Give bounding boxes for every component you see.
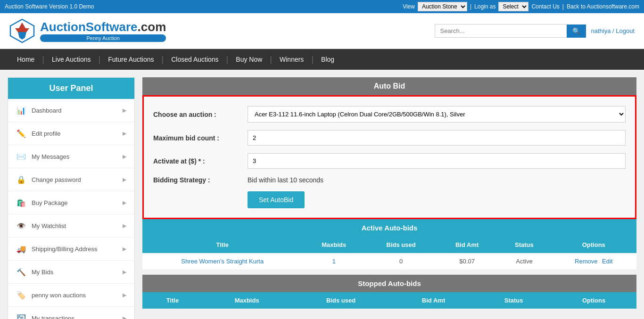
strategy-text: Bid within last 10 seconds	[248, 176, 323, 184]
sidebar-item-transactions[interactable]: ↩️ My transactions ►	[8, 307, 134, 319]
sidebar-item-label: Edit profile	[28, 130, 121, 137]
stopped-autobids-section: Stopped Auto-bids Title Maxbids Bids use…	[142, 275, 636, 309]
sidebar-item-messages[interactable]: ✉️ My Messages ►	[8, 145, 134, 168]
logo-icon	[9, 18, 35, 44]
contact-us-link[interactable]: Contact Us	[531, 3, 559, 10]
maxbid-input[interactable]	[248, 130, 626, 146]
user-logout[interactable]: nathiya / Logout	[591, 27, 635, 34]
nav-future-auctions[interactable]: Future Auctions	[100, 49, 161, 70]
sidebar-item-label: My Watchlist	[28, 222, 121, 229]
nav-home[interactable]: Home	[9, 49, 42, 70]
col-status: Status	[476, 292, 551, 309]
search-bar: 🔍	[435, 24, 586, 38]
version-text: Auction Software Version 1.0 Demo	[5, 3, 94, 10]
col-status: Status	[497, 237, 551, 253]
active-autobids-section: Active Auto-bids Title Maxbids Bids used…	[142, 219, 636, 270]
maxbids-link[interactable]: 1	[332, 258, 336, 265]
top-bar: Auction Software Version 1.0 Demo View A…	[0, 0, 644, 13]
sidebar-item-shipping[interactable]: 🚚 Shipping/Billing Address ►	[8, 237, 134, 261]
sidebar-item-change-password[interactable]: 🔒 Change password ►	[8, 168, 134, 191]
row-maxbids: 1	[302, 253, 365, 270]
separator1: |	[470, 3, 471, 10]
chevron-right-icon: ►	[121, 199, 128, 206]
sidebar-header: User Panel	[8, 78, 134, 99]
main-panel: Auto Bid Choose an auction : Acer E3-112…	[142, 77, 636, 319]
auction-dropdown[interactable]: Acer E3-112 11.6-inch Laptop (Celron Dua…	[248, 106, 626, 123]
nav-buy-now[interactable]: Buy Now	[228, 49, 270, 70]
bids-icon: 🔨	[15, 265, 28, 278]
lock-icon: 🔒	[15, 173, 28, 186]
chevron-right-icon: ►	[121, 106, 128, 114]
remove-link[interactable]: Remove	[575, 258, 597, 265]
nav-live-auctions[interactable]: Live Auctions	[44, 49, 99, 70]
sidebar-item-edit-profile[interactable]: ✏️ Edit profile ►	[8, 122, 134, 145]
main-nav: Home | Live Auctions | Future Auctions |…	[0, 49, 644, 70]
autobid-form: Choose an auction : Acer E3-112 11.6-inc…	[142, 95, 636, 219]
chevron-right-icon: ►	[121, 222, 128, 229]
set-autobid-button[interactable]: Set AutoBid	[248, 191, 305, 208]
message-icon: ✉️	[15, 150, 28, 163]
sidebar-item-label: My Bids	[28, 269, 121, 276]
auction-title-link[interactable]: Shree Women's Straight Kurta	[181, 258, 264, 265]
col-options: Options	[551, 237, 636, 253]
activate-input[interactable]	[248, 153, 626, 169]
logo-area: AuctionSoftware.com Penny Auction	[9, 18, 166, 44]
row-options: Remove Edit	[551, 253, 636, 270]
activate-label: Activate at ($) * :	[153, 157, 248, 165]
nav-blog[interactable]: Blog	[314, 49, 342, 70]
sidebar-item-label: penny won auctions	[28, 292, 121, 299]
sidebar-item-label: Change password	[28, 176, 121, 183]
sidebar-item-dashboard[interactable]: 📊 Dashboard ►	[8, 99, 134, 122]
autobid-button-row: Set AutoBid	[153, 191, 626, 208]
login-as-label: Login as	[474, 3, 495, 10]
col-options: Options	[551, 292, 636, 309]
col-bids-used: Bids used	[365, 237, 437, 253]
row-title: Shree Women's Straight Kurta	[142, 253, 302, 270]
row-bids-used: 0	[365, 253, 437, 270]
edit-link[interactable]: Edit	[602, 258, 612, 265]
penny-badge: Penny Auction	[40, 34, 166, 42]
auction-stone-select[interactable]: Auction Stone	[418, 2, 467, 11]
edit-icon: ✏️	[15, 127, 28, 140]
sidebar-item-buy-package[interactable]: 🛍️ Buy Package ►	[8, 191, 134, 214]
col-bid-amt: Bid Amt	[437, 237, 497, 253]
table-row: Shree Women's Straight Kurta 1 0 $0.07 A…	[142, 253, 636, 270]
login-select[interactable]: Select	[498, 2, 528, 11]
col-bids-used: Bids used	[291, 292, 390, 309]
sidebar-item-my-bids[interactable]: 🔨 My Bids ►	[8, 261, 134, 284]
eye-icon: 👁️	[15, 219, 28, 232]
view-label: View	[403, 3, 415, 10]
search-input[interactable]	[435, 24, 567, 38]
nav-winners[interactable]: Winners	[272, 49, 311, 70]
sidebar-item-watchlist[interactable]: 👁️ My Watchlist ►	[8, 214, 134, 237]
top-bar-right: View Auction Stone | Login as Select Con…	[403, 2, 639, 11]
chevron-right-icon: ►	[121, 176, 128, 183]
back-link[interactable]: Back to Auctionsoftware.com	[567, 3, 639, 10]
active-autobids-header: Active Auto-bids	[142, 219, 636, 237]
strategy-value: Bid within last 10 seconds	[248, 176, 626, 184]
sidebar-item-label: Buy Package	[28, 199, 121, 206]
row-status: Active	[497, 253, 551, 270]
stopped-autobids-header: Stopped Auto-bids	[142, 275, 636, 292]
maxbid-label: Maximum bid count :	[153, 134, 248, 142]
content-area: User Panel 📊 Dashboard ► ✏️ Edit profile…	[0, 70, 644, 319]
choose-auction-row: Choose an auction : Acer E3-112 11.6-inc…	[153, 106, 626, 123]
maxbid-control	[248, 130, 626, 146]
nav-closed-auctions[interactable]: Closed Auctions	[164, 49, 226, 70]
svg-marker-3	[18, 32, 26, 40]
search-button[interactable]: 🔍	[567, 25, 586, 38]
sidebar-item-penny-won[interactable]: 🏷️ penny won auctions ►	[8, 284, 134, 307]
stopped-autobids-table: Title Maxbids Bids used Bid Amt Status O…	[142, 292, 636, 309]
strategy-label: Bidding Strategy :	[153, 176, 248, 184]
logo-text: AuctionSoftware.com	[40, 20, 166, 34]
choose-auction-label: Choose an auction :	[153, 111, 248, 118]
sidebar-item-label: My transactions	[28, 315, 121, 319]
row-bid-amt: $0.07	[437, 253, 497, 270]
activate-control	[248, 153, 626, 169]
col-title: Title	[142, 292, 203, 309]
choose-auction-control: Acer E3-112 11.6-inch Laptop (Celron Dua…	[248, 106, 626, 123]
strategy-row: Bidding Strategy : Bid within last 10 se…	[153, 176, 626, 184]
col-maxbids: Maxbids	[302, 237, 365, 253]
chevron-right-icon: ►	[121, 245, 128, 253]
sidebar-item-label: My Messages	[28, 153, 121, 160]
